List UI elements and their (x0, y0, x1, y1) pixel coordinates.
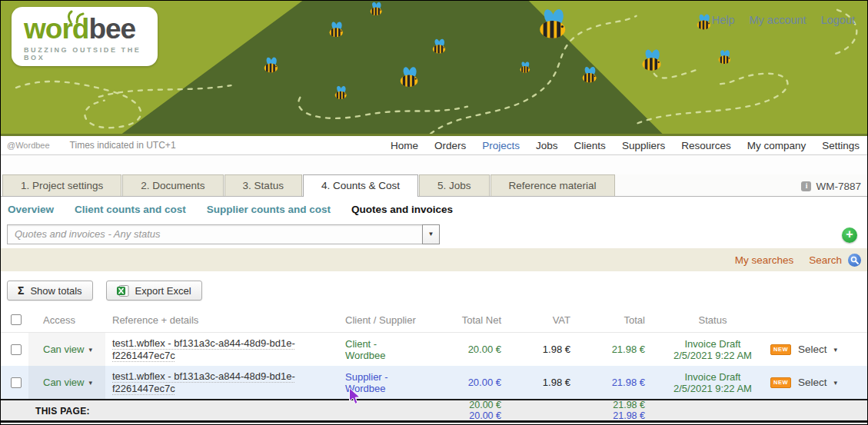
chevron-down-icon: ▾ (88, 346, 92, 354)
combo-dropdown-button[interactable]: ▼ (422, 224, 440, 244)
project-ref-code: WM-7887 (816, 181, 861, 192)
chevron-down-icon[interactable]: ▾ (834, 346, 838, 354)
bee-antenna-icon (65, 10, 85, 24)
spacer (1, 155, 867, 174)
status-filter-combobox[interactable]: Quotes and invoices - Any status ▼ (7, 224, 440, 244)
col-status: Status (663, 314, 763, 326)
select-dropdown[interactable]: Select (798, 344, 827, 355)
wordbee-app: wordbee BUZZING OUTSIDE THE BOX Help My … (0, 0, 868, 425)
project-tabstrip: 1. Project settings 2. Documents 3. Stat… (1, 174, 867, 197)
new-badge: NEW (770, 344, 791, 355)
row-checkbox[interactable] (11, 344, 22, 355)
counts-subtabs: Overview Client counts and cost Supplier… (1, 197, 867, 222)
totals-footer-row: THIS PAGE: 20.00 € 20.00 € 21.98 € 21.98… (1, 399, 867, 423)
chevron-down-icon[interactable]: ▾ (834, 379, 838, 387)
access-label: Can view (43, 344, 84, 355)
party-link[interactable]: Supplier - Wordbee (345, 371, 411, 394)
col-reference: Reference + details (105, 314, 344, 326)
account-links: Help My account Logout (712, 14, 855, 26)
sigma-icon: Σ (18, 284, 24, 297)
main-navigation: Home Orders Projects Jobs Clients Suppli… (391, 140, 860, 151)
total-value: 21.98 € (582, 344, 663, 355)
footer-total: 21.98 € 21.98 € (582, 400, 663, 421)
show-totals-button[interactable]: Σ Show totals (7, 281, 93, 300)
tab-jobs[interactable]: 5. Jobs (419, 174, 490, 196)
subtab-overview[interactable]: Overview (8, 204, 54, 215)
row-checkbox[interactable] (11, 377, 22, 388)
access-label: Can view (43, 377, 84, 388)
row-actions: NEW Select ▾ (763, 377, 867, 388)
status-cell: Invoice Draft 2/5/2021 9:22 AM (663, 338, 763, 361)
status-cell: Invoice Draft 2/5/2021 9:22 AM (663, 371, 763, 394)
table-toolbar: Σ Show totals Export Excel (1, 271, 867, 307)
export-excel-button[interactable]: Export Excel (106, 281, 202, 300)
tab-counts-and-cost[interactable]: 4. Counts & Cost (303, 174, 418, 197)
nav-orders[interactable]: Orders (434, 140, 466, 151)
search-bar: My searches Search (1, 248, 867, 271)
copyright-label: @Wordbee (7, 141, 50, 150)
subtab-quotes-invoices[interactable]: Quotes and invoices (351, 204, 453, 215)
row-actions: NEW Select ▾ (763, 344, 867, 355)
table-header-row: Access Reference + details Client / Supp… (1, 307, 867, 333)
my-searches-link[interactable]: My searches (735, 254, 794, 266)
tab-status[interactable]: 3. Status (224, 174, 302, 196)
tab-documents[interactable]: 2. Documents (122, 174, 223, 196)
show-totals-label: Show totals (30, 285, 81, 297)
filter-row: Quotes and invoices - Any status ▼ + (1, 222, 867, 248)
subtab-client-counts[interactable]: Client counts and cost (75, 204, 186, 215)
header-banner: wordbee BUZZING OUTSIDE THE BOX Help My … (1, 1, 867, 136)
nav-home[interactable]: Home (391, 140, 418, 151)
nav-settings[interactable]: Settings (822, 140, 860, 151)
subtab-supplier-counts[interactable]: Supplier counts and cost (207, 204, 331, 215)
excel-icon (117, 285, 129, 297)
this-page-label: THIS PAGE: (28, 406, 344, 417)
status-label: Invoice Draft (663, 338, 763, 350)
nav-projects[interactable]: Projects (482, 140, 520, 151)
table-row: Can view ▾ test1.wbflex - bf131a3c-a844-… (1, 333, 867, 366)
logo-tagline: BUZZING OUTSIDE THE BOX (24, 46, 158, 61)
help-link[interactable]: Help (712, 14, 735, 26)
party-link[interactable]: Client - Wordbee (345, 338, 411, 361)
select-all-checkbox[interactable] (11, 314, 22, 325)
info-icon[interactable]: i (801, 181, 811, 191)
nav-my-company[interactable]: My company (747, 140, 806, 151)
total-value: 21.98 € (582, 377, 663, 388)
col-total: Total (582, 314, 663, 326)
status-filter-value[interactable]: Quotes and invoices - Any status (7, 224, 422, 244)
chevron-down-icon: ▾ (88, 379, 92, 387)
top-nav-bar: @Wordbee Times indicated in UTC+1 Home O… (1, 136, 867, 155)
status-label: Invoice Draft (663, 371, 763, 383)
status-date: 2/5/2021 9:22 AM (663, 350, 763, 361)
col-client-supplier: Client / Supplier (344, 314, 436, 326)
add-quote-button[interactable]: + (842, 227, 857, 243)
total-net-value: 20.00 € (436, 377, 509, 388)
logout-link[interactable]: Logout (821, 14, 855, 26)
nav-suppliers[interactable]: Suppliers (622, 140, 665, 151)
col-vat: VAT (509, 314, 582, 326)
timezone-note: Times indicated in UTC+1 (70, 140, 176, 151)
vat-value: 1.98 € (509, 377, 582, 388)
search-link[interactable]: Search (809, 254, 842, 266)
search-icon[interactable] (848, 254, 861, 267)
nav-clients[interactable]: Clients (574, 140, 606, 151)
status-date: 2/5/2021 9:22 AM (663, 383, 763, 394)
select-dropdown[interactable]: Select (798, 377, 827, 388)
my-account-link[interactable]: My account (749, 14, 806, 26)
wordbee-logo[interactable]: wordbee BUZZING OUTSIDE THE BOX (12, 7, 158, 66)
reference-link[interactable]: test1.wbflex - bf131a3c-a844-48d9-bd1e-f… (112, 370, 295, 394)
col-total-net: Total Net (436, 314, 509, 326)
project-reference: i WM-7887 (801, 181, 861, 192)
access-dropdown[interactable]: Can view ▾ (28, 366, 105, 399)
export-excel-label: Export Excel (135, 285, 191, 297)
table-row: Can view ▾ test1.wbflex - bf131a3c-a844-… (1, 366, 867, 399)
reference-link[interactable]: test1.wbflex - bf131a3c-a844-48d9-bd1e-f… (112, 337, 295, 361)
tab-project-settings[interactable]: 1. Project settings (2, 174, 121, 196)
new-badge: NEW (770, 377, 791, 388)
tab-reference-material[interactable]: Reference material (491, 174, 615, 196)
wordbee-logo-text: wordbee (24, 15, 158, 44)
access-dropdown[interactable]: Can view ▾ (28, 333, 105, 366)
nav-resources[interactable]: Resources (681, 140, 731, 151)
total-net-value: 20.00 € (436, 344, 509, 355)
vat-value: 1.98 € (509, 344, 582, 355)
nav-jobs[interactable]: Jobs (536, 140, 558, 151)
